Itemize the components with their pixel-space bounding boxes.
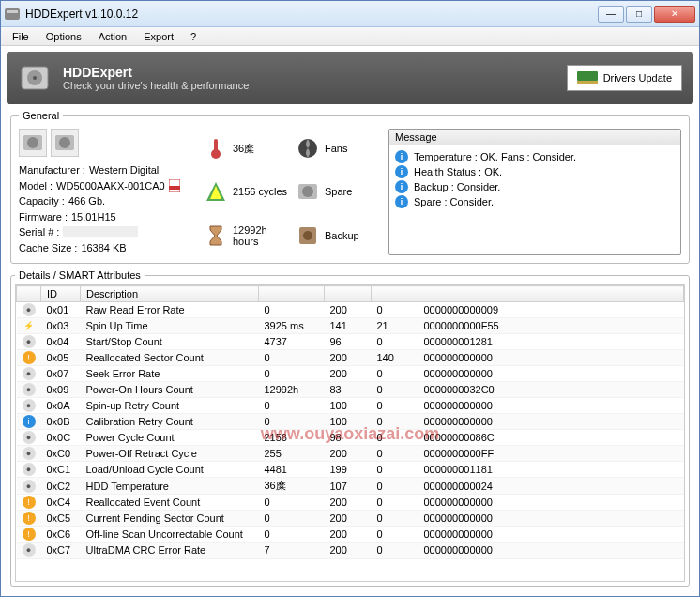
cell-v4: 000000000000 — [418, 398, 684, 414]
hdd-icon — [18, 61, 52, 95]
info-icon: i — [395, 165, 408, 178]
thermometer-icon — [205, 137, 227, 160]
window-title: HDDExpert v1.10.0.12 — [25, 8, 598, 21]
table-row[interactable]: ●0x09Power-On Hours Count12992h830000000… — [17, 382, 684, 398]
cell-v4: 000000000000 — [418, 414, 684, 430]
cell-desc: Power-On Hours Count — [81, 382, 259, 398]
cell-v4: 000000001281 — [418, 334, 684, 350]
info-icon: i — [395, 195, 408, 208]
cell-id: 0xC1 — [41, 462, 81, 478]
manufacturer-label: Manufacturer : — [19, 162, 85, 178]
cell-v1: 3925 ms — [259, 318, 325, 334]
svg-point-8 — [27, 137, 38, 148]
pdf-icon[interactable] — [169, 179, 180, 192]
cell-v2: 200 — [325, 527, 372, 543]
spare-label: Spare — [325, 186, 352, 197]
cell-v3: 0 — [372, 543, 418, 559]
cycles-icon — [205, 180, 227, 203]
status-icon: ● — [23, 335, 36, 348]
cell-desc: Power Cycle Count — [81, 430, 259, 446]
close-button[interactable]: ✕ — [654, 6, 695, 23]
cell-v1: 0 — [259, 414, 325, 430]
maximize-button[interactable]: □ — [626, 6, 652, 23]
smart-table: ID Description ●0x01Raw Read Error Rate0… — [16, 285, 684, 559]
cell-v2: 199 — [325, 462, 372, 478]
capacity-label: Capacity : — [19, 193, 65, 209]
status-icon: ! — [23, 512, 36, 525]
minimize-button[interactable]: — — [598, 6, 624, 23]
col-v1[interactable] — [259, 286, 325, 302]
ram-icon — [577, 71, 598, 84]
table-row[interactable]: !0xC4Reallocated Event Count020000000000… — [17, 495, 684, 511]
cell-v4: 000000000000 — [418, 366, 684, 382]
table-row[interactable]: i0x0BCalibration Retry Count010000000000… — [17, 414, 684, 430]
cell-desc: Load/Unload Cycle Count — [81, 462, 259, 478]
status-icon: ● — [23, 543, 36, 557]
message-row: iTemperature : OK. Fans : Consider. — [395, 149, 675, 164]
cell-v2: 100 — [325, 398, 372, 414]
cell-v3: 21 — [372, 318, 418, 334]
col-v4[interactable] — [418, 286, 684, 302]
temp-value: 36糜 — [233, 143, 254, 154]
col-description[interactable]: Description — [81, 286, 259, 302]
drive-button-1[interactable] — [19, 129, 47, 157]
messages-header: Message — [389, 130, 680, 145]
cell-id: 0xC2 — [41, 478, 81, 495]
status-icon: ! — [23, 351, 36, 364]
drivers-update-button[interactable]: Drivers Update — [567, 65, 682, 91]
model-value: WD5000AAKX-001CA0 — [56, 178, 165, 194]
cell-desc: UltraDMA CRC Error Rate — [81, 543, 259, 559]
cell-v2: 200 — [325, 350, 372, 366]
menu-help[interactable]: ? — [183, 29, 204, 44]
table-row[interactable]: ●0x01Raw Read Error Rate0200000000000000… — [17, 302, 684, 318]
table-row[interactable]: ●0xC0Power-Off Retract Cycle255200000000… — [17, 446, 684, 462]
table-row[interactable]: !0xC6Off-line Scan Uncorrectable Count02… — [17, 527, 684, 543]
table-row[interactable]: ●0xC7UltraDMA CRC Error Rate720000000000… — [17, 543, 684, 559]
cell-v3: 0 — [372, 302, 418, 318]
cell-v4: 000000000000 — [418, 495, 684, 511]
serial-label: Serial # : — [19, 224, 59, 240]
table-row[interactable]: ●0xC2HDD Temperature36糜1070000000000024 — [17, 478, 684, 495]
table-row[interactable]: ●0x0CPower Cycle Count215698000000000086… — [17, 430, 684, 446]
titlebar[interactable]: HDDExpert v1.10.0.12 — □ ✕ — [1, 1, 699, 27]
fans-label: Fans — [325, 143, 347, 154]
table-row[interactable]: !0x05Reallocated Sector Count02001400000… — [17, 350, 684, 366]
hourglass-icon — [205, 224, 227, 247]
smart-table-scroll[interactable]: www.ouyaoxiazai.com ID Description — [15, 284, 685, 582]
table-row[interactable]: ●0x07Seek Error Rate02000000000000000 — [17, 366, 684, 382]
table-row[interactable]: ●0x0ASpin-up Retry Count0100000000000000… — [17, 398, 684, 414]
cell-v3: 0 — [372, 382, 418, 398]
cell-desc: Current Pending Sector Count — [81, 511, 259, 527]
col-v3[interactable] — [372, 286, 418, 302]
table-row[interactable]: !0xC5Current Pending Sector Count0200000… — [17, 511, 684, 527]
status-icon: ! — [23, 496, 36, 509]
status-icon: i — [23, 415, 36, 428]
cell-v3: 140 — [372, 350, 418, 366]
cell-v2: 96 — [325, 334, 372, 350]
col-id[interactable]: ID — [41, 286, 81, 302]
menu-file[interactable]: File — [5, 29, 37, 44]
svg-point-19 — [302, 186, 313, 197]
message-text: Spare : Consider. — [414, 196, 494, 207]
table-row[interactable]: ⚡0x03Spin Up Time3925 ms141210000000000F… — [17, 318, 684, 334]
status-icon: ● — [23, 399, 36, 412]
banner-title: HDDExpert — [63, 65, 249, 80]
drive-button-2[interactable] — [51, 129, 79, 157]
menu-options[interactable]: Options — [38, 29, 89, 44]
table-row[interactable]: ●0xC1Load/Unload Cycle Count448119900000… — [17, 462, 684, 478]
spare-icon — [297, 180, 319, 203]
menu-export[interactable]: Export — [136, 29, 181, 44]
cell-v3: 0 — [372, 398, 418, 414]
menu-action[interactable]: Action — [91, 29, 135, 44]
banner-subtitle: Check your drive's health & performance — [63, 80, 249, 91]
cell-id: 0x07 — [41, 366, 81, 382]
cell-v2: 83 — [325, 382, 372, 398]
cell-v3: 0 — [372, 446, 418, 462]
col-v2[interactable] — [325, 286, 372, 302]
cell-v1: 12992h — [259, 382, 325, 398]
table-row[interactable]: ●0x04Start/Stop Count4737960000000001281 — [17, 334, 684, 350]
cell-v1: 0 — [259, 495, 325, 511]
details-panel: Details / SMART Attributes www.ouyaoxiaz… — [10, 269, 690, 587]
cell-id: 0x0B — [41, 414, 81, 430]
svg-rect-12 — [169, 186, 180, 190]
